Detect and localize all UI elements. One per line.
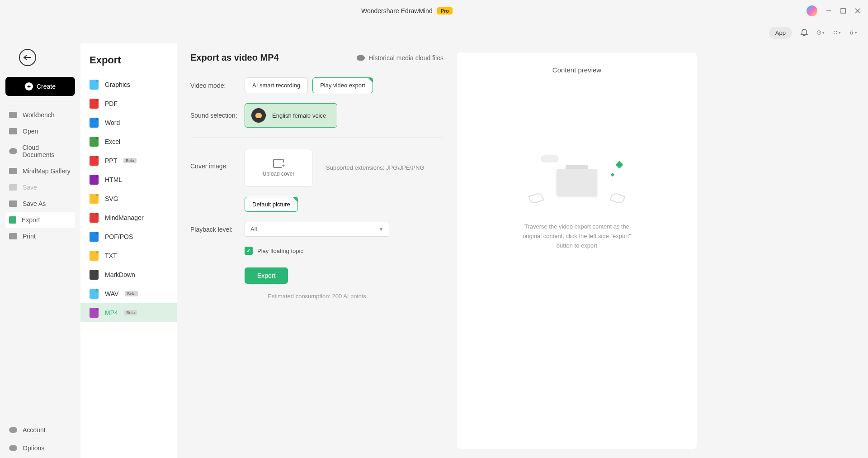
playback-level-value: All xyxy=(250,226,257,233)
shirt-icon[interactable]: ▾ xyxy=(849,29,857,37)
upload-cover-button[interactable]: Upload cover xyxy=(245,149,312,187)
format-item-pdf[interactable]: PDF xyxy=(80,94,177,113)
format-item-excel[interactable]: Excel xyxy=(80,132,177,151)
bell-icon[interactable] xyxy=(800,29,808,37)
minimize-icon[interactable] xyxy=(826,8,832,14)
beta-badge: Beta xyxy=(124,310,137,315)
format-file-icon xyxy=(90,194,99,204)
export-icon xyxy=(9,216,16,224)
save-icon xyxy=(9,184,17,191)
format-label: MP4 xyxy=(105,309,118,316)
workbench-icon xyxy=(9,112,17,118)
format-label: MindManager xyxy=(105,214,144,221)
format-file-icon xyxy=(90,289,99,299)
print-icon xyxy=(9,233,17,239)
close-icon[interactable] xyxy=(854,8,861,14)
account-icon xyxy=(9,427,17,433)
format-item-txt[interactable]: TXT xyxy=(80,246,177,265)
beta-badge: Beta xyxy=(123,158,137,163)
format-label: SVG xyxy=(105,195,118,202)
sidebar-item-export[interactable]: Export xyxy=(5,212,75,228)
app-button[interactable]: App xyxy=(769,27,792,39)
format-label: PDF xyxy=(105,100,118,107)
image-plus-icon xyxy=(273,159,284,168)
format-label: MarkDown xyxy=(105,271,135,278)
voice-selector[interactable]: English female voice xyxy=(245,103,337,128)
svg-point-9 xyxy=(836,33,837,34)
format-file-icon xyxy=(90,118,99,128)
back-button[interactable] xyxy=(19,49,36,66)
beta-badge: Beta xyxy=(125,291,138,296)
format-item-word[interactable]: Word xyxy=(80,113,177,132)
sidebar-item-options[interactable]: Options xyxy=(5,440,75,456)
sidebar-item-save: Save xyxy=(5,179,75,196)
sidebar-item-cloud-documents[interactable]: Cloud Documents xyxy=(5,139,75,163)
divider xyxy=(190,138,443,138)
format-file-icon xyxy=(90,232,99,242)
sidebar-item-open[interactable]: Open xyxy=(5,123,75,139)
format-file-icon xyxy=(90,99,99,109)
format-file-icon xyxy=(90,80,99,90)
grid-icon[interactable]: ▾ xyxy=(833,29,841,37)
sidebar-item-print[interactable]: Print xyxy=(5,228,75,244)
create-button[interactable]: + Create xyxy=(5,77,75,96)
preview-panel: Content preview Traverse the video expor… xyxy=(457,52,697,449)
form-column: Export as video MP4 Historical media clo… xyxy=(190,52,443,449)
format-file-icon xyxy=(90,156,99,166)
arrow-left-icon xyxy=(23,54,32,61)
cover-image-label: Cover image: xyxy=(190,149,245,170)
main-wrap: + Create Workbench Open Cloud Documents … xyxy=(0,43,868,458)
titlebar: Wondershare EdrawMind Pro xyxy=(0,0,868,22)
export-format-panel: Export GraphicsPDFWordExcelPPTBetaHTMLSV… xyxy=(80,43,177,458)
format-file-icon xyxy=(90,213,99,223)
format-file-icon xyxy=(90,137,99,147)
format-label: Graphics xyxy=(105,81,130,88)
format-label: TXT xyxy=(105,252,117,259)
preview-illustration xyxy=(527,155,627,210)
format-file-icon xyxy=(90,175,99,185)
default-picture-button[interactable]: Default picture xyxy=(245,197,298,212)
format-item-ppt[interactable]: PPTBeta xyxy=(80,151,177,170)
playback-level-label: Playback level: xyxy=(190,226,245,233)
format-item-markdown[interactable]: MarkDown xyxy=(80,265,177,284)
page-title: Export as video MP4 xyxy=(190,52,279,63)
maximize-icon[interactable] xyxy=(840,8,846,14)
svg-point-8 xyxy=(834,33,835,34)
format-item-pof-pos[interactable]: POF/POS xyxy=(80,227,177,246)
export-button[interactable]: Export xyxy=(245,267,288,284)
ai-smart-recording-button[interactable]: AI smart recording xyxy=(245,77,308,93)
svg-rect-1 xyxy=(841,9,845,13)
format-file-icon xyxy=(90,270,99,280)
app-title: Wondershare EdrawMind xyxy=(361,7,433,14)
sidebar-item-account[interactable]: Account xyxy=(5,422,75,438)
format-label: Word xyxy=(105,119,120,126)
format-item-html[interactable]: HTML xyxy=(80,170,177,189)
consumption-text: Estimated consumption: 200 AI points xyxy=(190,293,443,300)
format-label: Excel xyxy=(105,138,120,145)
sidebar-item-mindmap-gallery[interactable]: MindMap Gallery xyxy=(5,163,75,179)
format-file-icon xyxy=(90,308,99,318)
help-icon[interactable]: ?▾ xyxy=(816,29,825,37)
format-item-mindmanager[interactable]: MindManager xyxy=(80,208,177,227)
gallery-icon xyxy=(9,168,17,174)
sidebar-item-save-as[interactable]: Save As xyxy=(5,196,75,212)
format-item-svg[interactable]: SVG xyxy=(80,189,177,208)
cloud-file-icon xyxy=(357,55,365,61)
sound-selection-label: Sound selection: xyxy=(190,112,245,119)
format-item-graphics[interactable]: Graphics xyxy=(80,75,177,94)
chevron-down-icon: ▼ xyxy=(379,227,383,232)
format-item-wav[interactable]: WAVBeta xyxy=(80,284,177,303)
historical-link[interactable]: Historical media cloud files xyxy=(357,54,443,62)
avatar[interactable] xyxy=(807,5,817,16)
voice-label: English female voice xyxy=(272,112,326,119)
create-label: Create xyxy=(37,83,56,90)
format-item-mp4[interactable]: MP4Beta xyxy=(80,303,177,322)
pro-badge: Pro xyxy=(437,7,453,14)
video-mode-label: Video mode: xyxy=(190,82,245,89)
format-label: WAV xyxy=(105,290,118,297)
play-floating-topic-checkbox[interactable] xyxy=(245,247,253,255)
sidebar-item-workbench[interactable]: Workbench xyxy=(5,107,75,123)
svg-text:?: ? xyxy=(818,31,820,34)
playback-level-select[interactable]: All ▼ xyxy=(245,222,389,237)
play-video-export-button[interactable]: Play video export xyxy=(312,77,373,93)
